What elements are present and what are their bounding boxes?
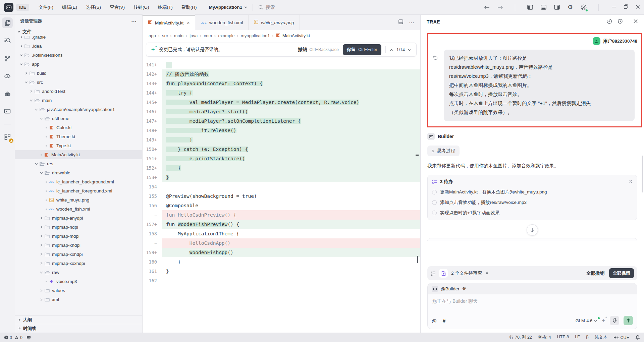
prev-change-icon[interactable] [390,47,393,52]
restore-button[interactable] [624,4,628,10]
tree-item[interactable]: MainActivity.kt [15,150,142,159]
discard-changes-button[interactable]: 撤销 Ctrl+Backspace [298,47,339,53]
breadcrumb-item[interactable]: myapplication1 [241,33,270,38]
preview-eye-icon[interactable] [2,71,13,81]
tree-item[interactable]: androidTest [15,87,142,96]
explorer-more-icon[interactable]: ⋯ [131,18,137,24]
menu-item[interactable]: 终端(T) [155,3,176,12]
account-avatar[interactable] [580,3,588,11]
extensions-icon[interactable] [2,131,13,142]
tree-item[interactable]: mipmap-xhdpi [15,241,142,250]
editor-scrollbar-thumb[interactable] [417,256,418,263]
breadcrumb-item[interactable]: MainActivity.kt [276,33,310,39]
breadcrumb-item[interactable]: example [218,33,234,38]
tree-item[interactable]: .idea [15,42,142,51]
tree-item[interactable]: app [15,60,142,69]
status-item[interactable]: 空格: 4 [538,335,551,340]
tree-item[interactable]: res [15,159,142,168]
todo-checkbox[interactable] [432,200,437,205]
breadcrumb-item[interactable]: src [162,33,168,38]
files-section-header[interactable]: 文件 [15,27,142,36]
thinking-process-toggle[interactable]: 思考过程 [427,146,460,156]
toggle-left-panel-icon[interactable] [526,3,534,11]
menu-item[interactable]: 编辑(E) [59,3,80,12]
tree-item[interactable]: mipmap-xxxhdpi [15,259,142,268]
debug-bug-icon[interactable] [2,89,13,99]
source-control-icon[interactable] [2,53,13,64]
editor-tab[interactable]: </>wooden_fish.xml [195,15,249,30]
expand-files-icon[interactable] [485,270,489,276]
revert-all-button[interactable]: 全部撤销 [586,270,604,276]
new-chat-icon[interactable] [606,18,612,25]
tree-item[interactable]: xml [15,295,142,304]
toggle-right-panel-icon[interactable] [553,3,561,11]
tree-item[interactable]: voice.mp3 [15,277,142,286]
status-item[interactable]: UTF-8 [557,335,569,340]
restore-checkpoint-icon[interactable] [432,55,441,121]
tools-icon[interactable]: ⚒ [462,286,466,291]
keep-changes-button[interactable]: 保留 Ctrl+Enter [343,44,381,55]
notifications-bell-icon[interactable] [635,335,640,341]
scroll-to-bottom-button[interactable] [527,224,538,236]
status-item[interactable]: {} [586,335,589,340]
search-panel-icon[interactable] [2,35,13,46]
close-panel-icon[interactable] [633,19,638,25]
status-item[interactable]: 行 70, 列 22 [509,335,532,340]
nav-back-icon[interactable] [483,3,491,11]
timeline-section-header[interactable]: 时间线 [15,324,142,333]
breadcrumb-item[interactable]: java [190,33,198,38]
breadcrumb-item[interactable]: com [204,33,212,38]
next-change-icon[interactable] [408,47,412,52]
menu-item[interactable]: 转到(G) [130,3,153,12]
menu-item[interactable]: 帮助(H) [178,3,200,12]
mention-icon[interactable]: @ [432,318,437,324]
outline-section-header[interactable]: 大纲 [15,315,142,324]
global-search[interactable]: 搜索 [258,4,275,10]
warnings-indicator[interactable]: 0 [14,335,22,340]
chat-scrollbar[interactable] [642,156,643,192]
tree-item[interactable]: values [15,286,142,295]
close-tab-icon[interactable]: × [187,20,190,25]
tree-item[interactable]: build [15,69,142,78]
tree-item[interactable]: .gradle [15,36,142,42]
tree-item[interactable]: .kotlin\sessions [15,51,142,60]
settings-gear-icon[interactable]: ⚙ [566,3,574,11]
status-item[interactable]: LF [575,335,580,340]
context-agent-label[interactable]: @Builder [441,286,460,291]
menu-item[interactable]: 选择(S) [83,3,104,12]
tree-item[interactable]: white_muyu.png [15,195,142,205]
tree-item[interactable]: main [15,96,142,105]
nav-forward-icon[interactable] [496,3,504,11]
enhance-prompt-icon[interactable]: ✦ [601,318,605,323]
tree-item[interactable]: Color.kt [15,123,142,132]
todo-checkbox[interactable] [432,190,437,194]
editor-tab[interactable]: white_muyu.png [249,15,300,30]
tree-item[interactable]: Theme.kt [15,132,142,141]
tree-item[interactable]: mipmap-anydpi [15,214,142,223]
send-button[interactable] [624,316,633,325]
cue-indicator[interactable]: CUE [613,335,629,340]
tree-item[interactable]: mipmap-xxhdpi [15,250,142,259]
agent-status-icon[interactable] [26,335,31,340]
voice-input-button[interactable] [610,316,619,325]
close-window-button[interactable] [636,4,640,10]
open-changes-icon[interactable] [398,19,404,26]
collapse-todo-icon[interactable] [629,179,633,185]
keep-all-button[interactable]: 全部保留 [609,268,634,278]
editor-tab[interactable]: MainActivity.kt× [143,15,195,30]
status-item[interactable]: 纯文本 [595,335,607,340]
menu-item[interactable]: 文件(F) [35,3,57,12]
project-switcher[interactable]: MyApplication1 [209,5,248,10]
menu-item[interactable]: 查看(V) [106,3,128,12]
tree-item[interactable]: src [15,78,142,87]
editor-more-icon[interactable]: ⋯ [409,19,415,26]
explorer-icon[interactable] [2,17,13,28]
todo-checkbox[interactable] [432,211,437,215]
errors-indicator[interactable]: 0 [4,335,12,340]
tree-item[interactable]: java\com\example\myapplication1 [15,105,142,114]
tree-item[interactable]: </>ic_launcher_foreground.xml [15,186,142,195]
tree-item[interactable]: raw [15,268,142,277]
tree-item[interactable]: mipmap-mdpi [15,232,142,241]
toggle-bottom-panel-icon[interactable] [539,3,547,11]
trae-logo-icon[interactable] [4,3,13,12]
